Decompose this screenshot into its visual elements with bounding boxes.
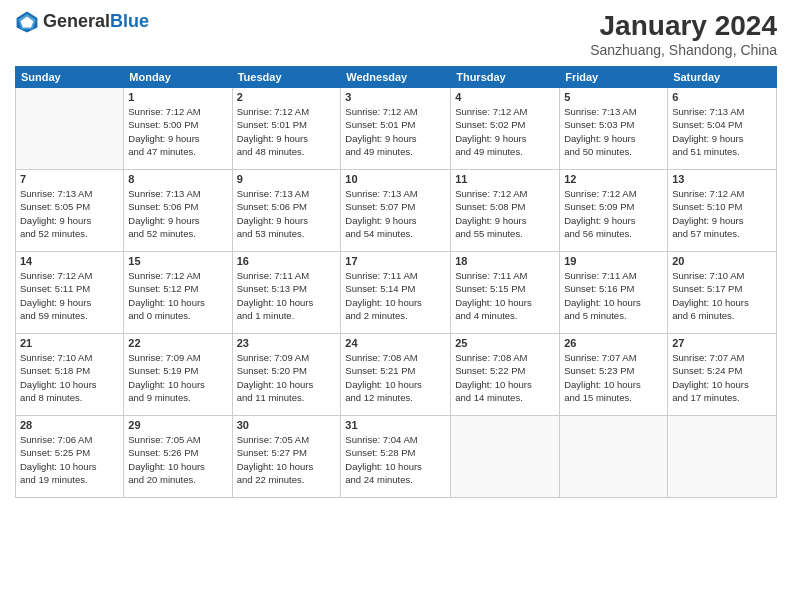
calendar-header-row: Sunday Monday Tuesday Wednesday Thursday… [16, 67, 777, 88]
logo-general: General [43, 11, 110, 31]
table-row: 24Sunrise: 7:08 AMSunset: 5:21 PMDayligh… [341, 334, 451, 416]
header-thursday: Thursday [451, 67, 560, 88]
day-info: Sunrise: 7:12 AMSunset: 5:02 PMDaylight:… [455, 105, 555, 158]
day-number: 5 [564, 91, 663, 103]
day-info: Sunrise: 7:13 AMSunset: 5:06 PMDaylight:… [128, 187, 227, 240]
table-row: 13Sunrise: 7:12 AMSunset: 5:10 PMDayligh… [668, 170, 777, 252]
table-row: 29Sunrise: 7:05 AMSunset: 5:26 PMDayligh… [124, 416, 232, 498]
header-tuesday: Tuesday [232, 67, 341, 88]
day-info: Sunrise: 7:12 AMSunset: 5:11 PMDaylight:… [20, 269, 119, 322]
day-info: Sunrise: 7:13 AMSunset: 5:05 PMDaylight:… [20, 187, 119, 240]
calendar-week-2: 7Sunrise: 7:13 AMSunset: 5:05 PMDaylight… [16, 170, 777, 252]
logo-text: GeneralBlue [43, 12, 149, 32]
day-info: Sunrise: 7:13 AMSunset: 5:06 PMDaylight:… [237, 187, 337, 240]
header: GeneralBlue January 2024 Sanzhuang, Shan… [15, 10, 777, 58]
table-row: 11Sunrise: 7:12 AMSunset: 5:08 PMDayligh… [451, 170, 560, 252]
day-info: Sunrise: 7:04 AMSunset: 5:28 PMDaylight:… [345, 433, 446, 486]
day-number: 18 [455, 255, 555, 267]
day-number: 3 [345, 91, 446, 103]
calendar-week-4: 21Sunrise: 7:10 AMSunset: 5:18 PMDayligh… [16, 334, 777, 416]
day-number: 23 [237, 337, 337, 349]
day-info: Sunrise: 7:12 AMSunset: 5:09 PMDaylight:… [564, 187, 663, 240]
day-number: 25 [455, 337, 555, 349]
calendar-week-1: 1Sunrise: 7:12 AMSunset: 5:00 PMDaylight… [16, 88, 777, 170]
table-row: 22Sunrise: 7:09 AMSunset: 5:19 PMDayligh… [124, 334, 232, 416]
header-saturday: Saturday [668, 67, 777, 88]
day-number: 16 [237, 255, 337, 267]
day-number: 21 [20, 337, 119, 349]
header-sunday: Sunday [16, 67, 124, 88]
day-number: 28 [20, 419, 119, 431]
day-info: Sunrise: 7:11 AMSunset: 5:14 PMDaylight:… [345, 269, 446, 322]
day-info: Sunrise: 7:09 AMSunset: 5:19 PMDaylight:… [128, 351, 227, 404]
day-info: Sunrise: 7:10 AMSunset: 5:17 PMDaylight:… [672, 269, 772, 322]
table-row: 12Sunrise: 7:12 AMSunset: 5:09 PMDayligh… [560, 170, 668, 252]
table-row: 8Sunrise: 7:13 AMSunset: 5:06 PMDaylight… [124, 170, 232, 252]
day-info: Sunrise: 7:06 AMSunset: 5:25 PMDaylight:… [20, 433, 119, 486]
day-number: 9 [237, 173, 337, 185]
day-number: 27 [672, 337, 772, 349]
table-row: 19Sunrise: 7:11 AMSunset: 5:16 PMDayligh… [560, 252, 668, 334]
day-info: Sunrise: 7:11 AMSunset: 5:13 PMDaylight:… [237, 269, 337, 322]
table-row: 14Sunrise: 7:12 AMSunset: 5:11 PMDayligh… [16, 252, 124, 334]
day-info: Sunrise: 7:05 AMSunset: 5:27 PMDaylight:… [237, 433, 337, 486]
calendar-table: Sunday Monday Tuesday Wednesday Thursday… [15, 66, 777, 498]
day-number: 11 [455, 173, 555, 185]
day-info: Sunrise: 7:12 AMSunset: 5:01 PMDaylight:… [237, 105, 337, 158]
day-info: Sunrise: 7:12 AMSunset: 5:10 PMDaylight:… [672, 187, 772, 240]
table-row: 3Sunrise: 7:12 AMSunset: 5:01 PMDaylight… [341, 88, 451, 170]
table-row: 6Sunrise: 7:13 AMSunset: 5:04 PMDaylight… [668, 88, 777, 170]
day-number: 12 [564, 173, 663, 185]
day-number: 10 [345, 173, 446, 185]
day-info: Sunrise: 7:12 AMSunset: 5:08 PMDaylight:… [455, 187, 555, 240]
page: GeneralBlue January 2024 Sanzhuang, Shan… [0, 0, 792, 612]
logo-icon [15, 10, 39, 34]
day-number: 4 [455, 91, 555, 103]
day-info: Sunrise: 7:08 AMSunset: 5:21 PMDaylight:… [345, 351, 446, 404]
day-number: 8 [128, 173, 227, 185]
day-number: 1 [128, 91, 227, 103]
location-subtitle: Sanzhuang, Shandong, China [590, 42, 777, 58]
table-row: 18Sunrise: 7:11 AMSunset: 5:15 PMDayligh… [451, 252, 560, 334]
title-area: January 2024 Sanzhuang, Shandong, China [590, 10, 777, 58]
table-row: 9Sunrise: 7:13 AMSunset: 5:06 PMDaylight… [232, 170, 341, 252]
day-number: 2 [237, 91, 337, 103]
table-row [668, 416, 777, 498]
table-row: 21Sunrise: 7:10 AMSunset: 5:18 PMDayligh… [16, 334, 124, 416]
day-number: 14 [20, 255, 119, 267]
table-row: 30Sunrise: 7:05 AMSunset: 5:27 PMDayligh… [232, 416, 341, 498]
table-row: 10Sunrise: 7:13 AMSunset: 5:07 PMDayligh… [341, 170, 451, 252]
day-number: 29 [128, 419, 227, 431]
day-info: Sunrise: 7:11 AMSunset: 5:16 PMDaylight:… [564, 269, 663, 322]
table-row: 7Sunrise: 7:13 AMSunset: 5:05 PMDaylight… [16, 170, 124, 252]
day-info: Sunrise: 7:07 AMSunset: 5:23 PMDaylight:… [564, 351, 663, 404]
day-info: Sunrise: 7:12 AMSunset: 5:01 PMDaylight:… [345, 105, 446, 158]
table-row [16, 88, 124, 170]
table-row: 4Sunrise: 7:12 AMSunset: 5:02 PMDaylight… [451, 88, 560, 170]
day-info: Sunrise: 7:12 AMSunset: 5:12 PMDaylight:… [128, 269, 227, 322]
header-wednesday: Wednesday [341, 67, 451, 88]
day-info: Sunrise: 7:12 AMSunset: 5:00 PMDaylight:… [128, 105, 227, 158]
day-number: 7 [20, 173, 119, 185]
calendar-week-5: 28Sunrise: 7:06 AMSunset: 5:25 PMDayligh… [16, 416, 777, 498]
day-number: 22 [128, 337, 227, 349]
day-number: 6 [672, 91, 772, 103]
table-row: 28Sunrise: 7:06 AMSunset: 5:25 PMDayligh… [16, 416, 124, 498]
day-info: Sunrise: 7:05 AMSunset: 5:26 PMDaylight:… [128, 433, 227, 486]
day-info: Sunrise: 7:08 AMSunset: 5:22 PMDaylight:… [455, 351, 555, 404]
calendar-week-3: 14Sunrise: 7:12 AMSunset: 5:11 PMDayligh… [16, 252, 777, 334]
header-friday: Friday [560, 67, 668, 88]
day-number: 31 [345, 419, 446, 431]
table-row: 2Sunrise: 7:12 AMSunset: 5:01 PMDaylight… [232, 88, 341, 170]
day-number: 13 [672, 173, 772, 185]
day-number: 15 [128, 255, 227, 267]
table-row: 15Sunrise: 7:12 AMSunset: 5:12 PMDayligh… [124, 252, 232, 334]
day-info: Sunrise: 7:13 AMSunset: 5:03 PMDaylight:… [564, 105, 663, 158]
day-info: Sunrise: 7:13 AMSunset: 5:04 PMDaylight:… [672, 105, 772, 158]
day-number: 26 [564, 337, 663, 349]
table-row: 1Sunrise: 7:12 AMSunset: 5:00 PMDaylight… [124, 88, 232, 170]
month-title: January 2024 [590, 10, 777, 42]
table-row: 26Sunrise: 7:07 AMSunset: 5:23 PMDayligh… [560, 334, 668, 416]
logo: GeneralBlue [15, 10, 149, 34]
table-row: 20Sunrise: 7:10 AMSunset: 5:17 PMDayligh… [668, 252, 777, 334]
